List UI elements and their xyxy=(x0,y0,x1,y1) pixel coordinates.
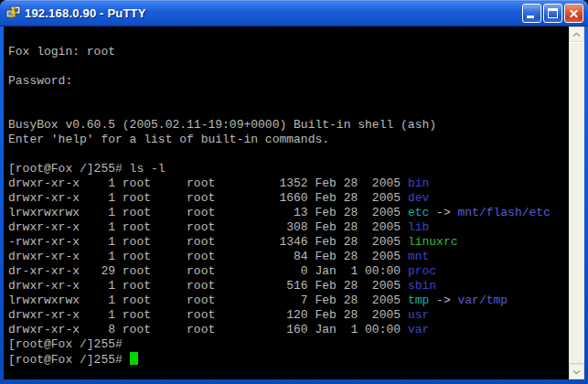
prompt-ls-command-line: [root@Fox /]255# ls -l xyxy=(8,162,569,176)
scrollbar-thumb[interactable] xyxy=(569,42,584,364)
title-bar[interactable]: 192.168.0.90 - PuTTY xyxy=(0,0,588,27)
minimize-icon xyxy=(527,16,534,18)
ls-row-name: var xyxy=(408,323,429,336)
ls-row: lrwxrwxrwx 1 root root 13 Feb 28 2005 et… xyxy=(8,206,569,220)
terminal-line xyxy=(8,30,569,45)
terminal-area: Fox login: root Password: BusyBox v0.60.… xyxy=(4,27,584,379)
ls-row: drwxr-xr-x 1 root root 1660 Feb 28 2005 … xyxy=(8,191,569,206)
prompt-line: [root@Fox /]255# xyxy=(8,337,569,352)
ls-row-name: usr xyxy=(408,308,429,322)
ls-row-name: proc xyxy=(408,264,436,278)
maximize-button[interactable] xyxy=(543,4,562,23)
ls-row-name: dev xyxy=(408,191,429,205)
ls-row: lrwxrwxrwx 1 root root 7 Feb 28 2005 tmp… xyxy=(8,293,569,308)
ls-row-meta: drwxr-xr-x 1 root root 84 Feb 28 2005 xyxy=(8,250,408,263)
scrollbar[interactable] xyxy=(569,27,584,379)
putty-window: 192.168.0.90 - PuTTY Fox login: root Pas… xyxy=(0,0,588,384)
ls-row-name: lib xyxy=(408,220,429,234)
ls-row: drwxr-xr-x 1 root root 516 Feb 28 2005 s… xyxy=(8,279,569,293)
ls-row-link-target: var/tmp xyxy=(458,293,508,307)
terminal-line xyxy=(8,147,569,162)
ls-row: drwxr-xr-x 1 root root 1352 Feb 28 2005 … xyxy=(8,176,569,191)
ls-row-meta: drwxr-xr-x 1 root root 516 Feb 28 2005 xyxy=(8,279,408,293)
password-line: Password: xyxy=(8,74,569,89)
busybox-banner-line: BusyBox v0.60.5 (2005.02.11-19:09+0000) … xyxy=(8,118,569,133)
terminal-screen[interactable]: Fox login: root Password: BusyBox v0.60.… xyxy=(4,27,569,379)
chevron-up-icon xyxy=(572,32,581,37)
ls-row-name: tmp xyxy=(408,293,429,307)
ls-row-arrow: -> xyxy=(429,293,457,307)
chevron-down-icon xyxy=(572,369,581,375)
scroll-down-button[interactable] xyxy=(569,364,584,379)
ls-row-meta: drwxr-xr-x 1 root root 120 Feb 28 2005 xyxy=(8,308,408,322)
ls-row-meta: drwxr-xr-x 1 root root 308 Feb 28 2005 xyxy=(8,220,408,234)
ls-row: -rwxr-xr-x 1 root root 1346 Feb 28 2005 … xyxy=(8,235,569,250)
window-title: 192.168.0.90 - PuTTY xyxy=(25,6,522,20)
maximize-icon xyxy=(548,8,558,18)
ls-row: drwxr-xr-x 1 root root 308 Feb 28 2005 l… xyxy=(8,220,569,235)
ls-row-meta: drwxr-xr-x 1 root root 1352 Feb 28 2005 xyxy=(8,176,408,190)
scroll-up-button[interactable] xyxy=(569,27,584,42)
ls-row: drwxr-xr-x 1 root root 84 Feb 28 2005 mn… xyxy=(8,250,569,264)
ls-row-name: linuxrc xyxy=(408,235,458,249)
prompt-cursor-line: [root@Fox /]255# xyxy=(8,352,569,367)
ls-row-arrow: -> xyxy=(429,206,457,219)
terminal-cursor xyxy=(130,352,138,365)
ls-row-name: bin xyxy=(408,176,429,190)
ls-row-name: etc xyxy=(408,206,429,219)
ls-row-meta: drwxr-xr-x 1 root root 1660 Feb 28 2005 xyxy=(8,191,408,205)
prompt-text: [root@Fox /]255# xyxy=(8,353,130,367)
terminal-line xyxy=(8,103,569,118)
ls-row-meta: lrwxrwxrwx 1 root root 13 Feb 28 2005 xyxy=(8,206,408,219)
ls-row: drwxr-xr-x 8 root root 160 Jan 1 00:00 v… xyxy=(8,323,569,337)
ls-row: dr-xr-xr-x 29 root root 0 Jan 1 00:00 pr… xyxy=(8,264,569,279)
busybox-help-line: Enter 'help' for a list of built-in comm… xyxy=(8,133,569,147)
ls-row-meta: drwxr-xr-x 8 root root 160 Jan 1 00:00 xyxy=(8,323,408,336)
ls-row-name: sbin xyxy=(408,279,436,293)
ls-row-meta: dr-xr-xr-x 29 root root 0 Jan 1 00:00 xyxy=(8,264,408,278)
ls-row-meta: -rwxr-xr-x 1 root root 1346 Feb 28 2005 xyxy=(8,235,408,249)
window-controls xyxy=(522,4,583,23)
ls-row: drwxr-xr-x 1 root root 120 Feb 28 2005 u… xyxy=(8,308,569,323)
minimize-button[interactable] xyxy=(522,4,541,23)
ls-row-meta: lrwxrwxrwx 1 root root 7 Feb 28 2005 xyxy=(8,293,408,307)
putty-terminals-icon[interactable] xyxy=(5,5,21,21)
terminal-line xyxy=(8,89,569,103)
login-line: Fox login: root xyxy=(8,45,569,59)
ls-row-link-target: mnt/flash/etc xyxy=(458,206,551,219)
ls-row-name: mnt xyxy=(408,250,429,263)
terminal-line xyxy=(8,59,569,74)
close-button[interactable] xyxy=(564,4,583,23)
